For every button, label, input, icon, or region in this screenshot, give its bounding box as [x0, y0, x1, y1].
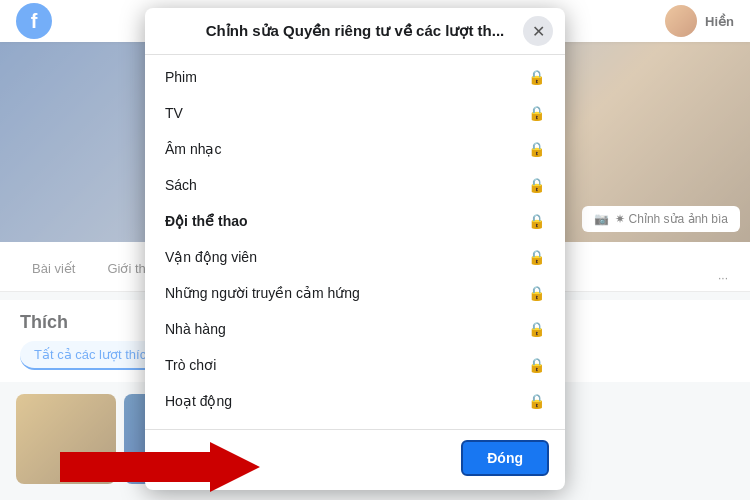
modal-list-item[interactable]: TV🔒: [145, 95, 565, 131]
modal-item-label: Phim: [165, 69, 197, 85]
lock-icon: 🔒: [528, 249, 545, 265]
modal-item-label: Âm nhạc: [165, 141, 221, 157]
privacy-modal: Chỉnh sửa Quyền riêng tư về các lượt th.…: [145, 8, 565, 490]
modal-item-label: Những người truyền cảm hứng: [165, 285, 360, 301]
modal-list-item[interactable]: Sở thích🔒: [145, 419, 565, 429]
modal-item-label: Sách: [165, 177, 197, 193]
lock-icon: 🔒: [528, 321, 545, 337]
modal-list-item[interactable]: Phim🔒: [145, 59, 565, 95]
modal-list-item[interactable]: Đội thể thao🔒: [145, 203, 565, 239]
lock-icon: 🔒: [528, 141, 545, 157]
lock-icon: 🔒: [528, 393, 545, 409]
lock-icon: 🔒: [528, 177, 545, 193]
close-icon: ✕: [532, 22, 545, 41]
modal-item-label: TV: [165, 105, 183, 121]
lock-icon: 🔒: [528, 105, 545, 121]
modal-title: Chỉnh sửa Quyền riêng tư về các lượt th.…: [206, 22, 505, 40]
modal-list-item[interactable]: Những người truyền cảm hứng🔒: [145, 275, 565, 311]
modal-item-label: Đội thể thao: [165, 213, 248, 229]
modal-list-item[interactable]: Hoạt động🔒: [145, 383, 565, 419]
lock-icon: 🔒: [528, 285, 545, 301]
modal-list-item[interactable]: Nhà hàng🔒: [145, 311, 565, 347]
red-arrow-svg: [60, 442, 260, 492]
dong-button[interactable]: Đóng: [461, 440, 549, 476]
modal-close-button[interactable]: ✕: [523, 16, 553, 46]
modal-item-label: Hoạt động: [165, 393, 232, 409]
modal-body[interactable]: Phim🔒TV🔒Âm nhạc🔒Sách🔒Đội thể thao🔒Vận độ…: [145, 55, 565, 429]
modal-item-label: Vận động viên: [165, 249, 257, 265]
lock-icon: 🔒: [528, 357, 545, 373]
modal-list-item[interactable]: Trò chơi🔒: [145, 347, 565, 383]
modal-list-item[interactable]: Âm nhạc🔒: [145, 131, 565, 167]
svg-marker-0: [60, 442, 260, 492]
modal-list-item[interactable]: Sách🔒: [145, 167, 565, 203]
modal-header: Chỉnh sửa Quyền riêng tư về các lượt th.…: [145, 8, 565, 55]
modal-item-label: Nhà hàng: [165, 321, 226, 337]
modal-item-label: Trò chơi: [165, 357, 216, 373]
lock-icon: 🔒: [528, 213, 545, 229]
lock-icon: 🔒: [528, 69, 545, 85]
arrow-indicator: [60, 442, 260, 492]
modal-list-item[interactable]: Vận động viên🔒: [145, 239, 565, 275]
